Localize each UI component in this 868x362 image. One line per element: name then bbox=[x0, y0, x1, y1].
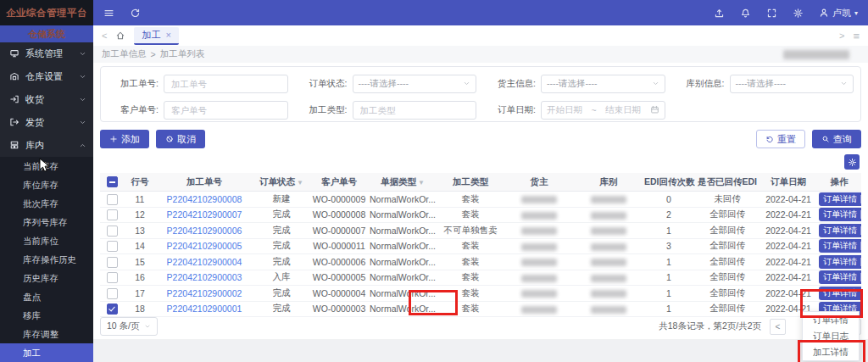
sidebar-item-仓库设置[interactable]: 仓库设置 bbox=[0, 65, 93, 88]
sidebar-subitem-库位库存[interactable]: 库位库存 bbox=[0, 175, 93, 194]
sidebar-inventory-icon bbox=[9, 140, 19, 152]
cancel-button[interactable]: 取消 bbox=[156, 130, 205, 148]
cell-owner bbox=[504, 192, 575, 208]
cell-edi_count: 3 bbox=[643, 238, 695, 254]
order-link[interactable]: P22042102900007 bbox=[167, 209, 242, 220]
order-link[interactable]: P22042102900006 bbox=[167, 226, 242, 236]
context-menu-item-加工详情[interactable]: 加工详情 bbox=[803, 344, 859, 360]
sidebar-subitem-序列号库存[interactable]: 序列号库存 bbox=[0, 213, 93, 231]
sidebar-subitem-批次库存[interactable]: 批次库存 bbox=[0, 194, 93, 213]
row-checkbox[interactable] bbox=[107, 194, 118, 205]
order-status-select[interactable]: ----请选择---- bbox=[353, 75, 477, 93]
search-button[interactable]: 查询 bbox=[812, 130, 861, 148]
cell-owner bbox=[504, 254, 575, 270]
reset-button[interactable]: 重置 bbox=[756, 130, 805, 148]
tab-bar: < 加工 × > ≡ bbox=[93, 25, 868, 47]
bell-icon[interactable] bbox=[740, 8, 751, 19]
row-checkbox[interactable] bbox=[107, 241, 118, 252]
process-type-input[interactable] bbox=[359, 104, 471, 116]
export-icon[interactable] bbox=[714, 8, 725, 19]
sidebar-subitem-库存操作历史[interactable]: 库存操作历史 bbox=[0, 250, 93, 269]
topbar-right-icons: 卢凯 ▾ bbox=[714, 7, 858, 19]
column-header-货主: 货主 bbox=[504, 173, 575, 192]
order-detail-button[interactable]: 订单详情∨ bbox=[819, 208, 861, 221]
redacted-cell bbox=[521, 259, 557, 266]
row-checkbox[interactable] bbox=[107, 209, 118, 220]
order-link[interactable]: P22042102900005 bbox=[167, 241, 242, 251]
order-detail-button[interactable]: 订单详情∨ bbox=[819, 270, 861, 284]
row-checkbox[interactable] bbox=[107, 257, 118, 268]
filter-icon[interactable]: ▼ bbox=[418, 179, 425, 187]
tab-processing[interactable]: 加工 × bbox=[134, 27, 178, 45]
order-link[interactable]: P22042102900003 bbox=[167, 272, 242, 282]
table-row: 16P22042102900003入库WO-0000005NormalWorkO… bbox=[100, 270, 861, 286]
customer-no-input[interactable] bbox=[170, 104, 282, 116]
order-detail-button[interactable]: 订单详情∨ bbox=[819, 239, 861, 253]
row-checkbox[interactable] bbox=[107, 288, 118, 299]
order-link[interactable]: P22042102900002 bbox=[167, 288, 242, 298]
sidebar-subitem-加工[interactable]: 加工 bbox=[0, 343, 93, 362]
order-detail-button[interactable]: 订单详情∨ bbox=[819, 224, 861, 237]
actions-row: 添加 取消 重置 查询 bbox=[100, 129, 861, 149]
cell-action: 订单详情∨ bbox=[817, 270, 861, 286]
sidebar-item-系统管理[interactable]: 系统管理 bbox=[0, 42, 93, 65]
tabs-back-arrow[interactable]: < bbox=[102, 31, 107, 41]
redacted-cell bbox=[521, 243, 557, 251]
select-value: ----请选择---- bbox=[359, 78, 464, 90]
cell-edi_count: 2 bbox=[643, 207, 695, 223]
filter-field-warehouse-info: 库别信息:----请选择---- bbox=[674, 75, 854, 93]
order-detail-button[interactable]: 订单详情∨ bbox=[819, 192, 861, 206]
sidebar-subitem-当前库存[interactable]: 当前库存 bbox=[0, 157, 93, 175]
warehouse-info-select[interactable]: ----请选择---- bbox=[730, 75, 854, 93]
tab-close-icon[interactable]: × bbox=[165, 30, 170, 40]
context-menu-item-订单详情[interactable]: 订单详情 bbox=[803, 312, 859, 328]
breadcrumb-parent[interactable]: 加工单信息 bbox=[102, 48, 147, 60]
prev-page-button[interactable]: < bbox=[770, 319, 786, 335]
row-checkbox[interactable] bbox=[107, 304, 118, 315]
sidebar-subitem-移库[interactable]: 移库 bbox=[0, 306, 93, 325]
process-order-no-input[interactable] bbox=[170, 78, 282, 90]
refresh-icon[interactable] bbox=[130, 8, 141, 19]
sidebar-item-发货[interactable]: 发货 bbox=[0, 111, 93, 134]
home-icon[interactable] bbox=[115, 31, 125, 41]
tabs-forward-arrow[interactable]: > bbox=[839, 31, 844, 41]
owner-info-select[interactable]: ----请选择---- bbox=[541, 75, 665, 93]
row-checkbox[interactable] bbox=[107, 226, 118, 237]
sidebar-item-收货[interactable]: 收货 bbox=[0, 88, 93, 111]
sidebar-subitem-当前库位[interactable]: 当前库位 bbox=[0, 231, 93, 250]
order-link[interactable]: P22042102900001 bbox=[167, 304, 242, 314]
order-detail-button[interactable]: 订单详情∨ bbox=[819, 287, 861, 300]
order-link[interactable]: P22042102900008 bbox=[167, 194, 242, 204]
orders-table: 行号加工单号订单状态▼客户单号单据类型▼加工类型货主库别EDI回传次数是否已回传… bbox=[100, 173, 861, 317]
filter-label: 加工单号: bbox=[108, 78, 164, 90]
sidebar-subitem-历史库存[interactable]: 历史库存 bbox=[0, 269, 93, 287]
hamburger-icon[interactable] bbox=[103, 8, 114, 19]
sidebar-ship-icon bbox=[9, 117, 19, 129]
system-switcher[interactable]: 仓储系统 bbox=[0, 25, 93, 42]
cell-status: 完成 bbox=[253, 223, 310, 239]
redacted-cell bbox=[591, 275, 626, 282]
filter-icon[interactable]: ▼ bbox=[297, 179, 303, 187]
context-menu-item-订单日志[interactable]: 订单日志 bbox=[803, 328, 859, 344]
order-date-range[interactable]: 开始日期~结束日期 bbox=[541, 101, 665, 120]
cell-doc_type: NormalWorkOr... bbox=[368, 286, 437, 302]
sidebar-item-库内[interactable]: 库内 bbox=[0, 134, 93, 157]
cell-status: 完成 bbox=[253, 238, 310, 254]
sidebar-subitem-盘点[interactable]: 盘点 bbox=[0, 287, 93, 306]
order-actions-context-menu: 订单详情订单日志加工详情 bbox=[802, 311, 860, 361]
tabs-more-icon[interactable]: ≡ bbox=[853, 30, 860, 42]
sidebar-subitem-库存调整[interactable]: 库存调整 bbox=[0, 325, 93, 343]
page-size-select[interactable]: 10 条/页 bbox=[100, 317, 158, 336]
add-button[interactable]: 添加 bbox=[100, 130, 149, 148]
row-checkbox[interactable] bbox=[107, 272, 118, 283]
order-detail-button[interactable]: 订单详情∨ bbox=[819, 255, 861, 269]
fullscreen-icon[interactable] bbox=[766, 8, 777, 19]
cancel-button-label: 取消 bbox=[177, 133, 196, 146]
select-all-checkbox[interactable] bbox=[107, 176, 118, 187]
column-settings-button[interactable] bbox=[844, 154, 860, 170]
gear-icon[interactable] bbox=[793, 8, 804, 19]
order-link[interactable]: P22042102900004 bbox=[167, 257, 242, 267]
chevron-down-icon bbox=[79, 49, 86, 59]
cell-check bbox=[100, 301, 124, 317]
user-menu[interactable]: 卢凯 ▾ bbox=[819, 7, 858, 19]
